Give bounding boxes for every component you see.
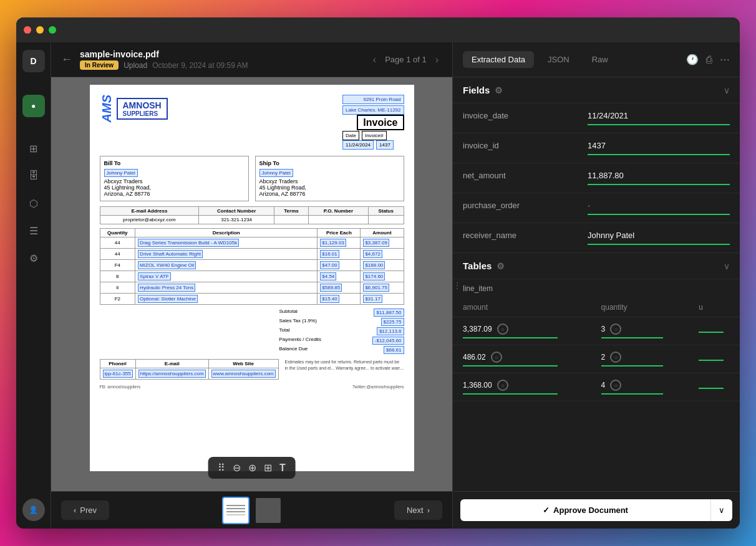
col-u: u (689, 298, 740, 317)
email-value: proprietor@abcxyz.com (100, 216, 199, 224)
item-qty: 44 (100, 249, 135, 260)
item-amount: $4,672 (361, 249, 404, 260)
td-amount: 3,387.09 ○ (453, 317, 591, 345)
item-desc: Optional: Slotter Machine (135, 294, 317, 305)
ship-to-box: Ship To Johnny Patel Abcxyz Traders 45 L… (255, 156, 404, 201)
invoice-address: 9291 Proin Road (342, 95, 404, 104)
ship-to-name: Johnny Patel (259, 169, 293, 177)
traffic-light-red[interactable] (24, 26, 31, 34)
field-value-purchase-order: - (588, 201, 730, 210)
prev-page-button[interactable]: ‹ (369, 53, 380, 67)
field-value-invoice-date: 11/24/2021 (588, 111, 730, 120)
fields-section-header[interactable]: Fields ⚙ ∨ (453, 77, 740, 103)
amount-check-icon: ○ (497, 380, 508, 391)
sidebar-icon-user[interactable]: 👤 (22, 499, 45, 521)
item-desc: Drag Series Transmission Build - A WD105… (135, 237, 317, 249)
email-header: E-mail Address (100, 207, 199, 216)
more-icon[interactable]: ⋯ (720, 54, 730, 65)
sidebar: D ● ⊞ 🗄 ⬡ ☰ ⚙ 👤 (16, 42, 51, 529)
sidebar-icon-settings[interactable]: ⚙ (22, 247, 45, 269)
item-amount: $31.17 (361, 294, 404, 305)
quantity-value: 4 (601, 381, 606, 390)
tab-raw[interactable]: Raw (583, 51, 617, 68)
sidebar-icon-nodes[interactable]: ⬡ (22, 192, 45, 214)
zoom-in-icon[interactable]: ⊕ (248, 462, 256, 474)
amount-value: 486.02 (463, 353, 486, 362)
thumbnail-1[interactable] (222, 497, 250, 524)
item-qty: ll (100, 282, 135, 294)
terms-header: Terms (274, 207, 309, 216)
tab-json[interactable]: JSON (539, 51, 578, 68)
thumbnail-2[interactable] (254, 497, 282, 524)
fit-width-icon[interactable]: ⊞ (264, 462, 272, 474)
td-quantity: 3 ○ (591, 317, 689, 345)
history-icon[interactable]: 🕐 (686, 54, 699, 65)
prev-button[interactable]: ‹ Prev (61, 501, 109, 520)
page-label: Page 1 of 1 (385, 55, 427, 64)
traffic-light-green[interactable] (49, 26, 56, 34)
item-price: $589.85 (317, 282, 361, 294)
back-button[interactable]: ← (61, 53, 72, 66)
totals-section: Subtotal$11,887.50 Sales Tax (1.9%)$225.… (100, 309, 404, 355)
po-header: P.O. Number (309, 207, 369, 216)
right-bottom: ✓ Approve Document ∨ (453, 491, 740, 529)
company-name-block: AMNOSH SUPPLIERS (117, 98, 168, 120)
next-label: Next (407, 505, 424, 515)
status-header: Status (368, 207, 404, 216)
zoom-out-icon[interactable]: ⊖ (233, 462, 241, 474)
tab-extracted-data[interactable]: Extracted Data (463, 51, 534, 68)
sidebar-icon-logo[interactable]: D (22, 50, 45, 72)
doc-filename: sample-invoice.pdf (80, 49, 362, 59)
table-row: 1,368.00 ○ 4 ○ (453, 373, 740, 401)
share-icon[interactable]: ⎙ (706, 54, 712, 65)
td-u (689, 317, 740, 345)
doc-meta: In Review Upload October 9, 2024 at 09:5… (80, 60, 362, 70)
extracted-table: amount quantity u 3,387.09 ○ 3 ○ (453, 298, 740, 401)
item-price: $4.54 (317, 271, 361, 282)
sidebar-icon-table[interactable]: ☰ (22, 219, 45, 242)
tables-gear-icon[interactable]: ⚙ (497, 261, 505, 271)
item-price: $1,129.03 (317, 237, 361, 249)
sidebar-icon-db[interactable]: 🗄 (22, 165, 45, 187)
item-qty: F4 (100, 260, 135, 271)
field-value-invoice-id: 1437 (588, 141, 730, 150)
field-name-invoice-id: invoice_id (463, 141, 588, 150)
bill-to-label: Bill To (104, 160, 245, 166)
tables-section-header[interactable]: Tables ⚙ ∨ (453, 253, 740, 279)
field-value-receiver-name: Johnny Patel (588, 231, 730, 240)
traffic-light-yellow[interactable] (36, 26, 44, 34)
next-arrow-icon: › (427, 505, 430, 515)
text-tool-icon[interactable]: T (279, 462, 286, 474)
invoice-right: 9291 Proin Road Lake Charles, ME-11292 I… (342, 95, 404, 150)
doc-bottom-nav: ‹ Prev (51, 491, 452, 529)
contact-table: E-mail Address Contact Number Terms P.O.… (100, 206, 404, 224)
bill-to-company: Abcxyz Traders (104, 178, 245, 184)
company-name: AMNOSH (123, 100, 162, 110)
approve-dropdown-button[interactable]: ∨ (710, 499, 732, 521)
drag-handle[interactable]: ⋮ (453, 280, 462, 290)
title-bar (16, 17, 740, 42)
prev-arrow-icon: ‹ (74, 505, 76, 515)
ams-text: AMS (100, 95, 114, 122)
field-name-receiver-name: receiver_name (463, 231, 588, 240)
next-page-button[interactable]: › (432, 53, 442, 67)
thumbnail-strip (222, 497, 282, 524)
invoice-item-row: 44 Drive Shaft Automatic Right $16.01 $4… (100, 249, 404, 260)
invoice-item-row: ll Hydraulic Press 24 Tons $589.85 $6,90… (100, 282, 404, 294)
fields-gear-icon[interactable]: ⚙ (495, 85, 503, 95)
invoice-item-row: F2 Optional: Slotter Machine $15.40 $31.… (100, 294, 404, 305)
field-row-net-amount: net_amount 11,887.80 (453, 163, 740, 193)
item-desc: Spirax V ATF (135, 271, 317, 282)
footer-contact-table: Phone# E-mail Web Site lpp-61c-355 https… (100, 359, 279, 380)
grid-tool-icon[interactable]: ⠿ (218, 462, 225, 474)
qty-header: Quantity (100, 229, 135, 237)
upload-button[interactable]: Upload (124, 61, 147, 70)
sidebar-icon-grid[interactable]: ⊞ (22, 137, 45, 160)
quantity-check-icon: ○ (610, 380, 621, 391)
approve-button[interactable]: ✓ Approve Document (460, 499, 710, 521)
item-desc: MIZOL XW40 Engine Oil (135, 260, 317, 271)
invoice-item-row: 8 Spirax V ATF $4.54 $174.60 (100, 271, 404, 282)
sidebar-icon-avatar[interactable]: ● (22, 95, 45, 117)
field-row-receiver-name: receiver_name Johnny Patel (453, 223, 740, 253)
next-button[interactable]: Next › (394, 501, 442, 520)
